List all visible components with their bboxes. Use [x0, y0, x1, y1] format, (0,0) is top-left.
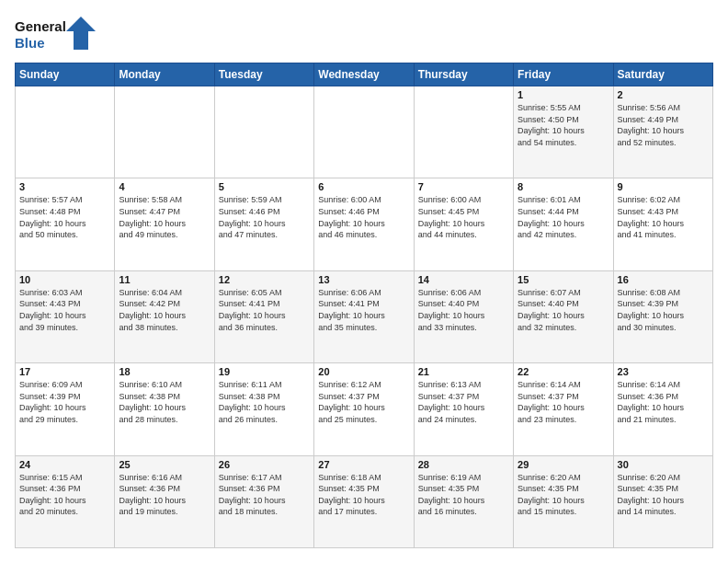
day-number: 19 — [219, 366, 310, 377]
day-number: 24 — [19, 459, 110, 470]
day-info: Sunrise: 6:16 AM Sunset: 4:36 PM Dayligh… — [119, 472, 210, 518]
day-cell: 1Sunrise: 5:55 AM Sunset: 4:50 PM Daylig… — [514, 86, 613, 178]
day-info: Sunrise: 6:19 AM Sunset: 4:35 PM Dayligh… — [418, 472, 509, 518]
day-number: 11 — [119, 274, 210, 285]
day-number: 5 — [219, 181, 310, 192]
day-info: Sunrise: 6:03 AM Sunset: 4:43 PM Dayligh… — [19, 287, 110, 333]
day-number: 8 — [518, 181, 609, 192]
weekday-tuesday: Tuesday — [214, 63, 313, 86]
day-number: 6 — [318, 181, 409, 192]
day-cell: 3Sunrise: 5:57 AM Sunset: 4:48 PM Daylig… — [16, 178, 115, 270]
day-number: 13 — [318, 274, 409, 285]
day-info: Sunrise: 6:05 AM Sunset: 4:41 PM Dayligh… — [219, 287, 310, 333]
day-info: Sunrise: 6:08 AM Sunset: 4:39 PM Dayligh… — [618, 287, 709, 333]
day-cell: 2Sunrise: 5:56 AM Sunset: 4:49 PM Daylig… — [613, 86, 712, 178]
day-cell: 16Sunrise: 6:08 AM Sunset: 4:39 PM Dayli… — [613, 270, 712, 362]
week-row-4: 24Sunrise: 6:15 AM Sunset: 4:36 PM Dayli… — [16, 455, 713, 547]
weekday-monday: Monday — [115, 63, 214, 86]
day-number: 29 — [518, 459, 609, 470]
calendar: SundayMondayTuesdayWednesdayThursdayFrid… — [15, 63, 713, 548]
day-number: 15 — [518, 274, 609, 285]
day-cell: 25Sunrise: 6:16 AM Sunset: 4:36 PM Dayli… — [115, 455, 214, 547]
day-cell: 18Sunrise: 6:10 AM Sunset: 4:38 PM Dayli… — [115, 363, 214, 455]
day-number: 17 — [19, 366, 110, 377]
day-info: Sunrise: 6:06 AM Sunset: 4:40 PM Dayligh… — [418, 287, 509, 333]
day-cell: 13Sunrise: 6:06 AM Sunset: 4:41 PM Dayli… — [314, 270, 414, 362]
day-number: 3 — [19, 181, 110, 192]
day-number: 18 — [119, 366, 210, 377]
day-cell — [16, 86, 115, 178]
day-info: Sunrise: 6:00 AM Sunset: 4:46 PM Dayligh… — [318, 194, 409, 240]
day-info: Sunrise: 5:59 AM Sunset: 4:46 PM Dayligh… — [219, 194, 310, 240]
day-number: 26 — [219, 459, 310, 470]
day-info: Sunrise: 6:04 AM Sunset: 4:42 PM Dayligh… — [119, 287, 210, 333]
day-number: 14 — [418, 274, 509, 285]
day-number: 23 — [618, 366, 709, 377]
day-number: 22 — [518, 366, 609, 377]
day-cell: 22Sunrise: 6:14 AM Sunset: 4:37 PM Dayli… — [514, 363, 613, 455]
week-row-3: 17Sunrise: 6:09 AM Sunset: 4:39 PM Dayli… — [16, 363, 713, 455]
day-number: 7 — [418, 181, 509, 192]
day-cell: 5Sunrise: 5:59 AM Sunset: 4:46 PM Daylig… — [214, 178, 313, 270]
day-info: Sunrise: 6:01 AM Sunset: 4:44 PM Dayligh… — [518, 194, 609, 240]
day-info: Sunrise: 6:14 AM Sunset: 4:37 PM Dayligh… — [518, 379, 609, 425]
day-cell: 23Sunrise: 6:14 AM Sunset: 4:36 PM Dayli… — [613, 363, 712, 455]
day-cell — [214, 86, 313, 178]
day-cell: 27Sunrise: 6:18 AM Sunset: 4:35 PM Dayli… — [314, 455, 414, 547]
day-cell — [115, 86, 214, 178]
day-cell: 6Sunrise: 6:00 AM Sunset: 4:46 PM Daylig… — [314, 178, 414, 270]
day-number: 12 — [219, 274, 310, 285]
day-info: Sunrise: 6:20 AM Sunset: 4:35 PM Dayligh… — [518, 472, 609, 518]
day-number: 2 — [618, 89, 709, 100]
day-info: Sunrise: 6:00 AM Sunset: 4:45 PM Dayligh… — [418, 194, 509, 240]
header: General Blue — [15, 15, 713, 55]
day-cell — [414, 86, 513, 178]
day-cell: 26Sunrise: 6:17 AM Sunset: 4:36 PM Dayli… — [214, 455, 313, 547]
week-row-2: 10Sunrise: 6:03 AM Sunset: 4:43 PM Dayli… — [16, 270, 713, 362]
weekday-sunday: Sunday — [16, 63, 115, 86]
logo: General Blue — [15, 15, 97, 55]
page: General Blue SundayMondayTuesdayWednesda… — [0, 0, 728, 563]
weekday-thursday: Thursday — [414, 63, 513, 86]
day-cell: 19Sunrise: 6:11 AM Sunset: 4:38 PM Dayli… — [214, 363, 313, 455]
weekday-saturday: Saturday — [613, 63, 712, 86]
day-info: Sunrise: 6:18 AM Sunset: 4:35 PM Dayligh… — [318, 472, 409, 518]
day-info: Sunrise: 6:12 AM Sunset: 4:37 PM Dayligh… — [318, 379, 409, 425]
day-info: Sunrise: 6:13 AM Sunset: 4:37 PM Dayligh… — [418, 379, 509, 425]
day-cell: 20Sunrise: 6:12 AM Sunset: 4:37 PM Dayli… — [314, 363, 414, 455]
svg-text:Blue: Blue — [15, 35, 45, 51]
day-info: Sunrise: 6:06 AM Sunset: 4:41 PM Dayligh… — [318, 287, 409, 333]
day-info: Sunrise: 6:15 AM Sunset: 4:36 PM Dayligh… — [19, 472, 110, 518]
weekday-header-row: SundayMondayTuesdayWednesdayThursdayFrid… — [16, 63, 713, 86]
day-cell: 24Sunrise: 6:15 AM Sunset: 4:36 PM Dayli… — [16, 455, 115, 547]
day-info: Sunrise: 6:14 AM Sunset: 4:36 PM Dayligh… — [618, 379, 709, 425]
week-row-0: 1Sunrise: 5:55 AM Sunset: 4:50 PM Daylig… — [16, 86, 713, 178]
day-cell: 9Sunrise: 6:02 AM Sunset: 4:43 PM Daylig… — [613, 178, 712, 270]
day-cell: 15Sunrise: 6:07 AM Sunset: 4:40 PM Dayli… — [514, 270, 613, 362]
day-cell: 10Sunrise: 6:03 AM Sunset: 4:43 PM Dayli… — [16, 270, 115, 362]
day-number: 27 — [318, 459, 409, 470]
day-info: Sunrise: 6:20 AM Sunset: 4:35 PM Dayligh… — [618, 472, 709, 518]
day-info: Sunrise: 6:02 AM Sunset: 4:43 PM Dayligh… — [618, 194, 709, 240]
svg-marker-2 — [66, 17, 96, 50]
day-cell: 12Sunrise: 6:05 AM Sunset: 4:41 PM Dayli… — [214, 270, 313, 362]
svg-text:General: General — [15, 18, 66, 34]
day-info: Sunrise: 6:10 AM Sunset: 4:38 PM Dayligh… — [119, 379, 210, 425]
weekday-friday: Friday — [514, 63, 613, 86]
day-cell: 14Sunrise: 6:06 AM Sunset: 4:40 PM Dayli… — [414, 270, 513, 362]
logo-svg: General Blue — [15, 15, 97, 55]
day-cell: 8Sunrise: 6:01 AM Sunset: 4:44 PM Daylig… — [514, 178, 613, 270]
day-info: Sunrise: 6:11 AM Sunset: 4:38 PM Dayligh… — [219, 379, 310, 425]
day-number: 25 — [119, 459, 210, 470]
day-cell — [314, 86, 414, 178]
day-info: Sunrise: 6:07 AM Sunset: 4:40 PM Dayligh… — [518, 287, 609, 333]
day-number: 28 — [418, 459, 509, 470]
day-info: Sunrise: 5:58 AM Sunset: 4:47 PM Dayligh… — [119, 194, 210, 240]
day-info: Sunrise: 5:56 AM Sunset: 4:49 PM Dayligh… — [618, 102, 709, 148]
weekday-wednesday: Wednesday — [314, 63, 414, 86]
day-cell: 17Sunrise: 6:09 AM Sunset: 4:39 PM Dayli… — [16, 363, 115, 455]
day-cell: 29Sunrise: 6:20 AM Sunset: 4:35 PM Dayli… — [514, 455, 613, 547]
day-cell: 4Sunrise: 5:58 AM Sunset: 4:47 PM Daylig… — [115, 178, 214, 270]
day-number: 1 — [518, 89, 609, 100]
day-info: Sunrise: 6:09 AM Sunset: 4:39 PM Dayligh… — [19, 379, 110, 425]
